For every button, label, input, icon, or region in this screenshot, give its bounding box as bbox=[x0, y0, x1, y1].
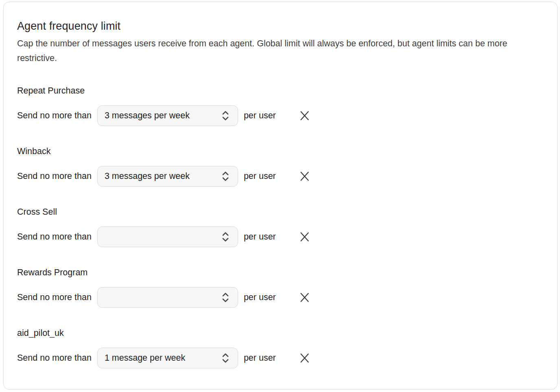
page-title: Agent frequency limit bbox=[17, 19, 544, 33]
agent-limit-section: aid_pilot_uk Send no more than 1 message… bbox=[17, 327, 544, 368]
agent-frequency-limit-panel: Agent frequency limit Cap the number of … bbox=[3, 2, 558, 390]
frequency-select-value: 3 messages per week bbox=[105, 171, 190, 181]
limit-suffix-label: per user bbox=[244, 232, 276, 242]
frequency-limit-row: Send no more than 3 messages per week pe… bbox=[17, 105, 544, 126]
frequency-limit-row: Send no more than per user bbox=[17, 287, 544, 308]
frequency-select[interactable]: 3 messages per week bbox=[97, 166, 238, 187]
x-close-icon bbox=[299, 292, 310, 303]
limit-prefix-label: Send no more than bbox=[17, 171, 92, 181]
limit-prefix-label: Send no more than bbox=[17, 111, 92, 121]
frequency-limit-row: Send no more than 1 message per week per… bbox=[17, 348, 544, 368]
page-description: Cap the number of messages users receive… bbox=[17, 36, 538, 65]
frequency-select[interactable] bbox=[97, 226, 238, 247]
frequency-select-value: 3 messages per week bbox=[105, 111, 190, 121]
limit-suffix-label: per user bbox=[244, 292, 276, 303]
x-close-icon bbox=[299, 110, 310, 121]
limit-suffix-label: per user bbox=[244, 353, 276, 363]
agent-limit-section: Rewards Program Send no more than per us… bbox=[17, 267, 544, 308]
frequency-limit-row: Send no more than 3 messages per week pe… bbox=[17, 166, 544, 187]
frequency-select[interactable]: 1 message per week bbox=[97, 348, 238, 368]
agent-name-label: Repeat Purchase bbox=[17, 85, 544, 96]
remove-limit-button[interactable] bbox=[299, 231, 310, 242]
remove-limit-button[interactable] bbox=[299, 110, 310, 121]
chevron-up-down-icon bbox=[221, 110, 230, 121]
frequency-select-value: 1 message per week bbox=[105, 353, 185, 363]
agent-limit-section: Winback Send no more than 3 messages per… bbox=[17, 146, 544, 187]
chevron-up-down-icon bbox=[221, 171, 230, 182]
limit-prefix-label: Send no more than bbox=[17, 292, 92, 303]
agent-name-label: aid_pilot_uk bbox=[17, 327, 544, 339]
chevron-up-down-icon bbox=[221, 353, 230, 364]
agent-name-label: Winback bbox=[17, 146, 544, 157]
limit-prefix-label: Send no more than bbox=[17, 232, 92, 242]
frequency-select[interactable]: 3 messages per week bbox=[97, 105, 238, 126]
agent-name-label: Cross Sell bbox=[17, 206, 544, 218]
remove-limit-button[interactable] bbox=[299, 171, 310, 182]
chevron-up-down-icon bbox=[221, 231, 230, 242]
frequency-limit-row: Send no more than per user bbox=[17, 226, 544, 247]
limit-suffix-label: per user bbox=[244, 171, 276, 181]
chevron-up-down-icon bbox=[221, 292, 230, 303]
limit-suffix-label: per user bbox=[244, 111, 276, 121]
agent-limit-list: Repeat Purchase Send no more than 3 mess… bbox=[17, 85, 544, 368]
frequency-select[interactable] bbox=[97, 287, 238, 308]
agent-limit-section: Cross Sell Send no more than per user bbox=[17, 206, 544, 247]
x-close-icon bbox=[299, 171, 310, 182]
limit-prefix-label: Send no more than bbox=[17, 353, 92, 363]
agent-name-label: Rewards Program bbox=[17, 267, 544, 278]
x-close-icon bbox=[299, 353, 310, 364]
remove-limit-button[interactable] bbox=[299, 292, 310, 303]
remove-limit-button[interactable] bbox=[299, 353, 310, 364]
x-close-icon bbox=[299, 231, 310, 242]
agent-limit-section: Repeat Purchase Send no more than 3 mess… bbox=[17, 85, 544, 126]
